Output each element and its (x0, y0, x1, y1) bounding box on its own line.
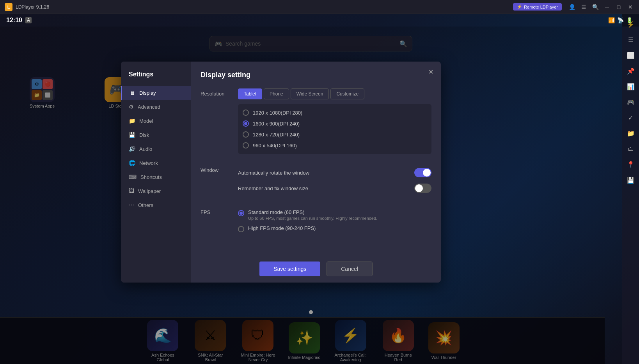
fps-standard-radio (238, 210, 244, 216)
auto-rotate-row: Automatically rotate the window (238, 165, 431, 180)
resolution-radio-group: 1920 x 1080(DPI 280) 1600 x 900(DPI 240)… (238, 104, 431, 154)
remote-ldplayer-button[interactable]: ⚡ Remote LDPlayer (513, 3, 562, 11)
fps-high-title: High FPS mode (90-240 FPS) (248, 225, 316, 231)
wifi-icon: 📶 (608, 17, 615, 23)
sidebar-icon-5[interactable]: 📊 (624, 80, 638, 94)
save-settings-button[interactable]: Save settings (259, 262, 320, 276)
sidebar-icon-6[interactable]: 🎮 (624, 95, 638, 109)
fix-size-toggle[interactable] (414, 184, 431, 193)
radio-960x540[interactable]: 960 x 540(DPI 160) (243, 140, 427, 151)
radio-label-1280x720: 1280 x 720(DPI 240) (253, 132, 300, 138)
fps-row: FPS Standard mode (60 FPS) Up to 60 FPS,… (201, 207, 431, 235)
fps-standard-desc: Up to 60 FPS, most games can run smoothl… (248, 216, 377, 221)
window-label: Window (201, 165, 232, 173)
fps-standard[interactable]: Standard mode (60 FPS) Up to 60 FPS, mos… (238, 207, 431, 223)
sidebar-icon-9[interactable]: 🗂 (624, 142, 638, 156)
titlebar-window-controls: 👤 ☰ 🔍 ─ □ ✕ (566, 2, 636, 12)
network-icon: 🌐 (129, 160, 135, 166)
menu-icon[interactable]: ☰ (578, 2, 589, 12)
fps-high-radio (238, 226, 244, 232)
radio-circle-1600x900 (243, 120, 249, 127)
shortcuts-icon: ⌨ (129, 174, 137, 180)
resolution-tabs: Tablet Phone Wide Screen Customize (238, 88, 431, 99)
resolution-row: Resolution Tablet Phone Wide Screen Cust… (201, 88, 431, 154)
wallpaper-icon: 🖼 (129, 188, 134, 194)
fix-size-row: Remember and fix window size (238, 180, 431, 196)
titlebar: L LDPlayer 9.1.26 ⚡ Remote LDPlayer 👤 ☰ … (0, 0, 639, 14)
radio-1920x1080[interactable]: 1920 x 1080(DPI 280) (243, 107, 427, 118)
input-method-icon: A (25, 17, 32, 23)
close-button[interactable]: ✕ (425, 66, 436, 77)
fps-label: FPS (201, 207, 232, 215)
titlebar-left: L LDPlayer 9.1.26 (0, 3, 510, 11)
app-logo: L (5, 3, 12, 11)
audio-icon: 🔊 (129, 146, 135, 152)
sidebar-icon-11[interactable]: 💾 (624, 173, 638, 187)
sidebar-item-shortcuts[interactable]: ⌨ Shortcuts (121, 170, 191, 184)
app-title: LDPlayer 9.1.26 (16, 4, 49, 10)
fps-standard-text: Standard mode (60 FPS) Up to 60 FPS, mos… (248, 209, 377, 221)
sidebar-icon-7[interactable]: ✓ (624, 111, 638, 125)
radio-label-960x540: 960 x 540(DPI 160) (253, 143, 297, 148)
main-area: 🎮 🔍 ⚙ 🔴 📁 ⬜ System Apps 🎮 LD Store Setti… (0, 27, 622, 364)
others-icon: ⋯ (129, 202, 134, 208)
search-icon[interactable]: 🔍 (590, 2, 601, 12)
resolution-control: Tablet Phone Wide Screen Customize 1920 … (238, 88, 431, 154)
settings-title: Settings (121, 68, 191, 86)
sidebar-item-advanced[interactable]: ⚙ Advanced (121, 100, 191, 114)
sidebar-item-disk[interactable]: 💾 Disk (121, 128, 191, 142)
tab-customize[interactable]: Customize (330, 88, 364, 99)
signal-icon: 📡 (617, 17, 624, 23)
fps-high-text: High FPS mode (90-240 FPS) (248, 225, 316, 231)
status-right: 📶 📡 🔋 (608, 17, 633, 23)
titlebar-right: ⚡ Remote LDPlayer 👤 ☰ 🔍 ─ □ ✕ (510, 2, 639, 12)
sidebar-item-display[interactable]: 🖥 Display (121, 86, 191, 100)
close-button[interactable]: ✕ (625, 2, 636, 12)
window-row: Window Automatically rotate the window R… (201, 165, 431, 196)
sidebar-item-model[interactable]: 📁 Model (121, 114, 191, 128)
sidebar-icon-10[interactable]: 📍 (624, 157, 638, 171)
settings-sidebar: Settings 🖥 Display ⚙ Advanced 📁 Model 💾 … (121, 62, 191, 283)
sidebar-icon-3[interactable]: ⬜ (624, 48, 638, 62)
auto-rotate-knob (423, 169, 431, 177)
sidebar-item-others[interactable]: ⋯ Others (121, 198, 191, 212)
settings-content-title: Display setting (201, 71, 431, 79)
auto-rotate-label: Automatically rotate the window (238, 170, 309, 176)
model-icon: 📁 (129, 118, 135, 124)
fps-high[interactable]: High FPS mode (90-240 FPS) (238, 223, 431, 235)
radio-circle-1920x1080 (243, 110, 249, 116)
tab-widescreen[interactable]: Wide Screen (291, 88, 329, 99)
cancel-button[interactable]: Cancel (327, 262, 373, 276)
fps-control: Standard mode (60 FPS) Up to 60 FPS, mos… (238, 207, 431, 235)
tab-tablet[interactable]: Tablet (238, 88, 262, 99)
window-control: Automatically rotate the window Remember… (238, 165, 431, 196)
radio-label-1920x1080: 1920 x 1080(DPI 280) (253, 110, 302, 116)
settings-panel: Settings 🖥 Display ⚙ Advanced 📁 Model 💾 … (121, 62, 441, 283)
user-icon[interactable]: 👤 (566, 2, 577, 12)
lightning-icon: ⚡ (517, 4, 522, 9)
advanced-icon: ⚙ (129, 104, 134, 110)
sidebar-item-wallpaper[interactable]: 🖼 Wallpaper (121, 184, 191, 198)
status-time: 12:10 (6, 17, 22, 24)
minimize-button[interactable]: ─ (602, 2, 612, 12)
display-icon: 🖥 (130, 90, 135, 96)
radio-label-1600x900: 1600 x 900(DPI 240) (253, 121, 300, 127)
settings-content-wrapper: Display setting ✕ Resolution Tablet Phon… (191, 62, 441, 283)
auto-rotate-toggle[interactable] (414, 168, 431, 177)
disk-icon: 💾 (129, 132, 135, 138)
radio-1280x720[interactable]: 1280 x 720(DPI 240) (243, 129, 427, 140)
radio-1600x900[interactable]: 1600 x 900(DPI 240) (243, 118, 427, 129)
sidebar-icon-2[interactable]: ☰ (624, 33, 638, 47)
restore-button[interactable]: □ (613, 2, 624, 12)
right-sidebar: ⚡ ☰ ⬜ 📌 📊 🎮 ✓ 📁 🗂 📍 💾 (622, 14, 639, 364)
sidebar-item-network[interactable]: 🌐 Network (121, 156, 191, 170)
fix-size-knob (415, 184, 423, 192)
radio-circle-1280x720 (243, 131, 249, 138)
sidebar-icon-8[interactable]: 📁 (624, 126, 638, 140)
sidebar-item-audio[interactable]: 🔊 Audio (121, 142, 191, 156)
sidebar-icon-4[interactable]: 📌 (624, 64, 638, 78)
tab-phone[interactable]: Phone (264, 88, 289, 99)
statusbar: 12:10 A 📶 📡 🔋 (0, 14, 639, 27)
radio-circle-960x540 (243, 142, 249, 148)
resolution-label: Resolution (201, 88, 232, 97)
